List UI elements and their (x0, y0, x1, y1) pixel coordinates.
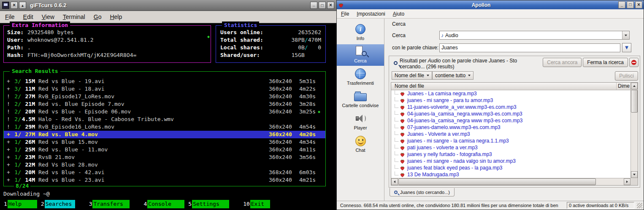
function-key-button[interactable]: 3 Transfers (89, 200, 130, 208)
giftcurs-titlebar[interactable]: giFTcurs 0.6.2 (0, 0, 336, 11)
vertical-scrollbar[interactable] (630, 83, 638, 178)
scroll-left-icon[interactable] (391, 178, 398, 185)
function-key-bar: 1 Help 2 Searches 3 Transfers 4 (0, 200, 336, 208)
sidebar-item-trasferimenti[interactable]: Trasferimenti (337, 67, 384, 88)
tab-label: Juanes (sto cercando...) (400, 190, 450, 195)
player-speaker-icon (355, 114, 366, 123)
search-result-row[interactable]: ! 1/ 29M RvB_Episode16_LoRes.mov 360x240… (4, 123, 325, 131)
scroll-up-icon[interactable] (631, 83, 638, 89)
close-button[interactable] (635, 1, 642, 8)
sidebar-item-player[interactable]: Player (337, 111, 384, 133)
window-shade-icon[interactable] (19, 2, 26, 9)
strawberry-file-icon (400, 159, 405, 164)
search-result-row[interactable]: ! 2/ 27M RvB_Episode17_LoRes.mov 360x240… (4, 93, 325, 100)
media-type-combobox[interactable]: Audio (439, 31, 630, 40)
filter-field-dropdown[interactable]: Nome del file (392, 71, 432, 80)
file-result-row[interactable]: juanes - mi sangre - nada valgo sin tu a… (391, 158, 630, 164)
search-result-row[interactable]: ! 2/ 20M Red vs Blue - Episode 06.mov 36… (4, 108, 325, 116)
terminal-app-icon[interactable] (2, 2, 9, 9)
strawberry-file-icon (400, 111, 405, 117)
window-title: giFTcurs 0.6.2 (27, 2, 309, 8)
search-result-row[interactable]: + 1/ 23M RvsB 21.mov 360x240 3m56s (4, 153, 325, 161)
search-result-row[interactable]: + 1/ 20M Red vs Blue - 42.avi 368x240 6m… (4, 169, 325, 176)
clear-button[interactable]: Pulisci (615, 71, 638, 81)
terminal-screen[interactable]: Extra Information ◆ Size: 29325480 bytes… (0, 23, 336, 210)
search-result-row[interactable]: ! 2/ 21M Red vs. Blue Episode 7.mov 360x… (4, 100, 325, 108)
scroll-down-icon[interactable] (631, 171, 638, 178)
filter-condition-dropdown[interactable]: contiene tutto (432, 71, 474, 80)
source-diamond-icon (316, 85, 320, 93)
search-result-row[interactable]: + 3/ 11M Red Vs Blue - 18.avi 360x240 4m… (4, 85, 325, 93)
search-result-row[interactable]: + 1/ 14M Red vs Blue - 23.avi 360x240 4m… (4, 176, 325, 184)
search-result-row[interactable]: + 1/ 22M Red Vs Blue 28.mov (4, 161, 325, 169)
menu-file[interactable]: File (5, 13, 15, 20)
vertical-scrollbar-thumb[interactable] (631, 90, 638, 113)
file-result-row[interactable]: 07-juanes-damelo.www.mp3-es.com.mp3 (391, 124, 630, 131)
search-result-row[interactable]: ! 2/ 4.5M Halo - Red Vs. Blue - Caboose … (4, 116, 325, 123)
sidebar-item-cerca[interactable]: Cerca (337, 44, 384, 66)
tree-branch-icon (395, 131, 398, 135)
combo-arrow-button[interactable] (622, 31, 629, 39)
file-result-row[interactable]: juanes y nelly furtado - fotografia.mp3 (391, 151, 630, 158)
maximize-button[interactable] (627, 1, 634, 8)
search-result-row[interactable]: + 1/ 27M Red vs. Blue 4.mov 360x240 4m20… (4, 131, 325, 138)
sidebar-item-chat[interactable]: Chat (337, 134, 384, 155)
search-tab[interactable]: Juanes (sto cercando...) (390, 188, 455, 197)
menu-aiuto[interactable]: Aiuto (393, 11, 404, 17)
minimize-button[interactable] (618, 1, 625, 8)
function-key-button[interactable]: 10 Exit (243, 200, 270, 208)
file-result-row[interactable]: Juanes - La camisa negra.mp3 (391, 90, 630, 97)
search-result-row[interactable]: + 1/ 26M Red vs Blue 15.mov 360x240 4m34… (4, 138, 325, 146)
file-result-row[interactable]: juanes feat black eyed peas - la paga.mp… (391, 164, 630, 171)
file-result-row[interactable]: juanes - mi sangre - la camisa negra.1.1… (391, 137, 630, 144)
window-close-left-icon[interactable] (11, 2, 18, 9)
horizontal-scrollbar-thumb[interactable] (398, 178, 596, 185)
menu-help[interactable]: Help (110, 13, 122, 20)
function-key-button[interactable]: 5 Settings (188, 200, 229, 208)
statusbar: Connesso. 668.54 mila utenti online, che… (337, 201, 644, 210)
sidebar-item-cartelle-condivise[interactable]: Cartelle condivise (337, 89, 384, 110)
file-result-row[interactable]: 13 De Madrugada.mp3 (391, 171, 630, 178)
window-title: Apollon (345, 2, 617, 8)
scroll-right-icon[interactable] (624, 178, 630, 185)
stop-search-button[interactable]: Ferma la ricerca (583, 58, 628, 67)
apollon-app-icon[interactable] (338, 2, 344, 8)
menu-view[interactable]: View (42, 13, 54, 20)
apollon-menubar: File Impostazioni Aiuto (337, 9, 644, 19)
horizontal-scrollbar[interactable] (391, 178, 630, 185)
search-result-row[interactable]: + 3/ 15M Red vs Blue - 19.avi 360x240 5m… (4, 78, 325, 85)
file-result-row[interactable]: pati juanes - volverte a ver.mp3 (391, 144, 630, 151)
menu-file[interactable]: File (341, 11, 349, 17)
file-result-row[interactable]: 04-juanes-la_camisa_negra.www.mp3-es.com… (391, 110, 630, 117)
filter-icon-button[interactable] (622, 43, 631, 52)
strawberry-file-icon (400, 125, 405, 130)
menu-impostazioni[interactable]: Impostazioni (357, 11, 385, 17)
search-again-button[interactable]: Cerca ancora (543, 58, 582, 67)
column-header-size[interactable]: Dime (617, 83, 630, 90)
file-result-row[interactable]: Juanes - Volverte a ver.mp3 (391, 131, 630, 137)
close-button[interactable] (327, 2, 334, 9)
apollon-body: Info Cerca Trasferimenti Cartelle condiv… (337, 19, 644, 201)
stop-icon-button[interactable] (629, 58, 639, 67)
statistics-row: Shared/user: 15GB (220, 51, 321, 59)
column-header-filename[interactable]: Nome del file (391, 83, 617, 90)
connection-status: Connesso. 668.54 mila utenti online, che… (340, 203, 564, 208)
search-result-row[interactable]: + 1/ 25M Red vs. Blue - 11.mov 360x240 4… (4, 146, 325, 153)
minimize-button[interactable] (310, 2, 317, 9)
keywords-input[interactable] (439, 43, 620, 52)
menu-go[interactable]: Go (94, 13, 102, 20)
maximize-button[interactable] (319, 2, 326, 9)
file-result-row[interactable]: 04-juanes-la_camisa_negra www mp3-es com… (391, 117, 630, 124)
file-result-row[interactable]: 11-juanes-volverte_a_ver.www.mp3-es.com.… (391, 104, 630, 110)
apollon-titlebar[interactable]: Apollon (337, 0, 644, 9)
function-key-button[interactable]: 4 Console (143, 200, 184, 208)
search-icon (362, 51, 367, 56)
resize-grip[interactable] (637, 203, 642, 208)
menu-terminal[interactable]: Terminal (63, 13, 85, 20)
file-result-row[interactable]: juanes - mi sangre - para tu amor.mp3 (391, 97, 630, 104)
menu-edit[interactable]: Edit (23, 13, 33, 20)
function-key-button[interactable]: 1 Help (3, 200, 37, 208)
source-diamond-icon (316, 93, 320, 100)
sidebar-item-info[interactable]: Info (337, 22, 384, 43)
function-key-button[interactable]: 2 Searches (41, 200, 75, 208)
